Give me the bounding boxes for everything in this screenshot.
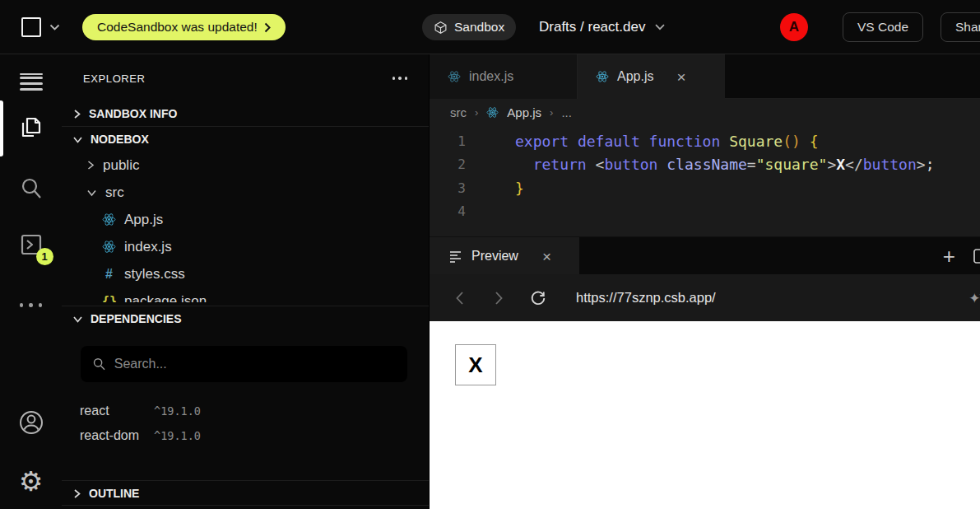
tree-item-label: App.js [124, 212, 163, 228]
code-line[interactable]: 1export default function Square() { [430, 129, 980, 153]
chevron-down-icon [49, 24, 60, 31]
close-preview-icon[interactable]: × [542, 249, 551, 264]
layout-icon[interactable] [973, 249, 980, 264]
preview-square-button[interactable]: X [455, 344, 496, 385]
user-icon [16, 407, 47, 438]
section-sandbox-info[interactable]: SANDBOX INFO [62, 101, 429, 126]
editor-preview-pane: index.js App.js × src › App.js › ... 1ex… [429, 54, 980, 509]
user-avatar[interactable]: A [780, 13, 808, 41]
tab-preview[interactable]: Preview × [430, 237, 579, 275]
tree-item-label: src [105, 184, 124, 201]
account-icon[interactable] [0, 407, 62, 438]
dependency-search-input[interactable] [114, 357, 396, 371]
tree-item-label: styles.css [124, 266, 185, 283]
codesandbox-logo[interactable] [21, 0, 60, 54]
section-outline[interactable]: OUTLINE [62, 481, 429, 506]
section-label: DEPENDENCIES [91, 312, 181, 325]
tree-file-appjs[interactable]: App.js [62, 206, 429, 233]
react-icon [486, 106, 499, 119]
preview-urlbar: https://77sznp.csb.app/ ✦✦ [430, 274, 980, 321]
tab-indexjs[interactable]: index.js [430, 54, 578, 99]
update-banner[interactable]: CodeSandbox was updated! [82, 14, 286, 40]
sandbox-type-badge[interactable]: Sandbox [422, 14, 516, 40]
dependency-row-react-dom[interactable]: react-dom ^19.1.0 [62, 428, 429, 443]
explorer-more-actions-icon[interactable] [392, 77, 408, 80]
tab-appjs[interactable]: App.js × [578, 54, 725, 99]
dependency-name: react-dom [80, 428, 144, 443]
line-number: 1 [430, 133, 482, 149]
preview-tabbar: Preview × + [430, 236, 980, 274]
more-views-icon[interactable] [0, 303, 62, 307]
preview-icon [449, 250, 462, 263]
section-dependencies[interactable]: DEPENDENCIES [62, 306, 429, 331]
project-breadcrumb[interactable]: Drafts / react.dev [539, 0, 665, 54]
cube-icon [434, 21, 448, 35]
code-line[interactable]: 4 [430, 200, 980, 224]
top-bar: CodeSandbox was updated! Sandbox Drafts … [0, 0, 980, 54]
code-text: return <button className="square">X</but… [482, 156, 934, 173]
project-title-text: Drafts / react.dev [539, 19, 645, 35]
react-icon [596, 70, 609, 83]
section-label: NODEBOX [91, 133, 149, 146]
code-line[interactable]: 3} [430, 176, 980, 200]
explorer-panel: EXPLORER SANDBOX INFO NODEBOX public src… [62, 54, 429, 509]
add-devtool-icon[interactable]: + [943, 244, 955, 269]
sandbox-badge-label: Sandbox [454, 20, 504, 35]
breadcrumb-separator: › [475, 106, 478, 119]
breadcrumb-file: App.js [507, 105, 541, 119]
line-number: 4 [430, 203, 482, 219]
section-label: OUTLINE [89, 487, 139, 500]
explorer-title: EXPLORER [83, 72, 146, 85]
tab-label: index.js [469, 69, 513, 84]
preview-content: X [430, 321, 980, 509]
breadcrumb-separator: › [550, 106, 553, 119]
gear-icon: ⚙ [19, 468, 44, 495]
code-line[interactable]: 2 return <button className="square">X</b… [430, 153, 980, 177]
chevron-right-icon [264, 22, 271, 33]
tree-file-packagejson[interactable]: {} package.json [62, 287, 429, 302]
tree-file-indexjs[interactable]: index.js [62, 233, 429, 260]
chevron-down-icon [86, 189, 97, 197]
refresh-icon[interactable] [518, 290, 558, 306]
line-number: 3 [430, 180, 482, 196]
terminal-view-icon[interactable]: 1 [0, 231, 62, 259]
tree-item-label: public [103, 157, 139, 174]
dependency-search [81, 346, 407, 382]
chevron-right-icon [72, 488, 81, 499]
react-icon [448, 70, 461, 83]
react-icon [102, 212, 116, 226]
tree-folder-public[interactable]: public [62, 152, 429, 179]
tree-file-stylescss[interactable]: # styles.css [62, 260, 429, 287]
menu-icon[interactable] [0, 69, 62, 79]
tree-item-label: package.json [124, 293, 207, 303]
chevron-right-icon [72, 109, 81, 119]
back-icon[interactable] [439, 291, 479, 306]
react-icon [102, 240, 116, 254]
tree-folder-src[interactable]: src [62, 179, 429, 206]
close-tab-icon[interactable]: × [676, 69, 685, 85]
update-banner-label: CodeSandbox was updated! [97, 20, 258, 35]
explorer-files-icon[interactable] [0, 114, 62, 142]
forward-icon[interactable] [479, 291, 518, 306]
dependency-row-react[interactable]: react ^19.1.0 [62, 404, 429, 418]
chevron-down-icon [655, 24, 665, 30]
search-icon [92, 357, 106, 371]
breadcrumb-more: ... [561, 105, 572, 119]
search-view-icon[interactable] [0, 175, 62, 203]
chevron-down-icon [72, 135, 83, 144]
breadcrumb-folder: src [450, 105, 467, 119]
settings-icon[interactable]: ⚙ [0, 468, 62, 495]
editor-breadcrumb[interactable]: src › App.js › ... [430, 99, 980, 126]
code-text: } [482, 180, 524, 197]
dependency-version: ^19.1.0 [154, 404, 201, 418]
share-button[interactable]: Share [941, 12, 980, 42]
vscode-button[interactable]: VS Code [843, 12, 923, 42]
tree-item-label: index.js [124, 239, 172, 255]
preview-url[interactable]: https://77sznp.csb.app/ [576, 290, 716, 306]
section-label: SANDBOX INFO [89, 107, 177, 120]
chevron-down-icon [72, 315, 83, 324]
logo-icon [21, 17, 41, 37]
ai-sparkle-icon[interactable]: ✦✦ [968, 290, 980, 307]
search-icon [17, 175, 45, 203]
section-nodebox[interactable]: NODEBOX [62, 127, 429, 152]
